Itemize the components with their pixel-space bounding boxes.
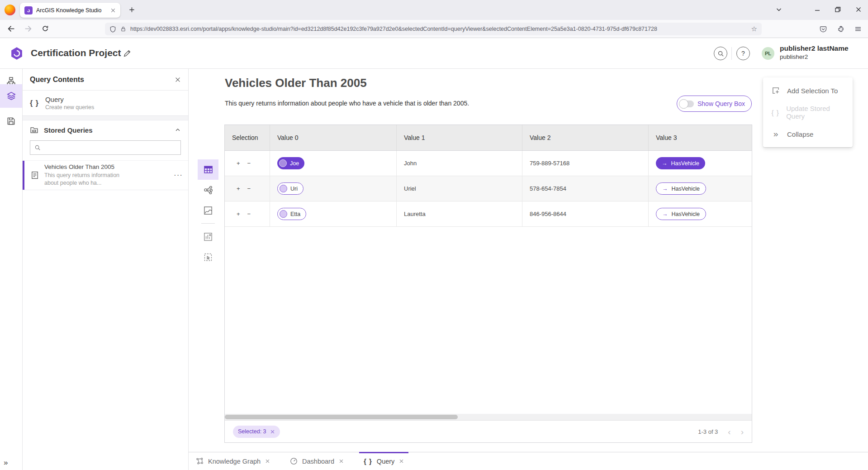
link-chart-view-button[interactable] [198,180,218,200]
extensions-puzzle-icon[interactable] [837,25,844,33]
toggle-label: Show Query Box [697,100,745,107]
app-header: Certification Project ? PL publisher2 la… [0,38,868,69]
chart-view-button[interactable] [198,226,218,247]
new-tab-button[interactable] [128,6,135,13]
cell-value2: 759-889-57168 [522,151,649,176]
table-view-button[interactable] [198,159,218,180]
next-page-button[interactable]: › [741,427,744,436]
search-input[interactable] [44,144,176,151]
window-close-icon[interactable] [855,6,862,13]
column-header[interactable]: Value 0 [270,125,397,150]
results-table: Selection Value 0 Value 1 Value 2 Value … [224,125,752,443]
remove-from-selection-button[interactable]: − [247,185,251,192]
braces-icon: { } [30,99,39,107]
tab-query[interactable]: { } Query [364,452,404,470]
project-title: Certification Project [31,48,121,58]
help-button[interactable]: ? [736,47,750,60]
column-header[interactable]: Value 1 [397,125,522,150]
stored-query-item[interactable]: Vehicles Older Than 2005 This query retu… [23,160,188,190]
selected-count-label: Selected: 3 [238,428,266,435]
prev-page-button[interactable]: ‹ [728,427,730,436]
rail-item-contents[interactable] [0,84,22,108]
menu-item-update-stored-query[interactable]: { } Update Stored Query [763,101,853,123]
folder-icon [30,126,38,134]
shield-icon[interactable] [109,26,116,33]
relationship-pill[interactable]: →HasVehicle [656,157,705,169]
bottom-tab-bar: Knowledge Graph Dashboard { } Query [189,452,868,470]
rail-expand-button[interactable]: » [4,458,8,467]
firefox-icon[interactable] [5,5,15,15]
relationship-pill[interactable]: →HasVehicle [656,182,706,195]
table-empty-area [225,227,752,414]
column-header[interactable]: Value 2 [522,125,649,150]
pocket-icon[interactable] [820,25,827,33]
bookmark-star-icon[interactable]: ☆ [751,25,757,33]
browser-tab[interactable]: ArcGIS Knowledge Studio [20,3,120,18]
menu-item-add-selection-to[interactable]: Add Selection To [763,80,853,101]
table-row[interactable]: + − Etta Lauretta 846-956-8644 →HasVehic… [225,201,752,227]
rail-item-save[interactable] [0,110,22,131]
window-minimize-icon[interactable] [814,6,821,13]
section-gap [23,116,188,120]
horizontal-scrollbar[interactable] [225,414,752,420]
selection-tool-button[interactable] [198,247,218,267]
panel-close-icon[interactable] [175,77,181,83]
reload-icon[interactable] [42,25,49,32]
cell-value1: John [397,151,522,176]
page-title: Vehicles Older Than 2005 [225,76,367,90]
map-view-button[interactable] [198,200,218,221]
page-range-label: 1-3 of 3 [698,428,718,435]
forward-icon[interactable] [24,25,32,33]
knowledge-graph-icon [196,457,204,465]
add-to-selection-button[interactable]: + [237,211,240,217]
table-row[interactable]: + − Uri Uriel 578-654-7854 →HasVehicle [225,176,752,201]
stored-item-description: This query returns information about peo… [44,172,123,187]
avatar[interactable]: PL [762,47,774,60]
add-to-selection-button[interactable]: + [237,160,240,167]
remove-from-selection-button[interactable]: − [247,211,251,217]
item-ellipsis-icon[interactable]: ··· [174,171,183,180]
stored-queries-header[interactable]: Stored Queries [23,120,188,139]
remove-from-selection-button[interactable]: − [247,160,251,167]
context-menu: Add Selection To { } Update Stored Query… [763,77,853,147]
chevron-up-icon[interactable] [175,127,181,133]
tab-close-icon[interactable] [399,459,404,464]
add-to-selection-button[interactable]: + [237,185,240,192]
browser-navbar: https://dev0028833.esri.com/portal/apps/… [0,20,868,38]
entity-pill[interactable]: Etta [277,208,306,220]
table-row[interactable]: + − Joe John 759-889-57168 →HasVehicle [225,151,752,176]
menu-item-collapse[interactable]: » Collapse [763,123,853,145]
window-restore-icon[interactable] [834,6,841,13]
tab-knowledge-graph[interactable]: Knowledge Graph [196,452,270,470]
query-item-subtitle: Create new queries [45,104,94,110]
browser-tabstrip: ArcGIS Knowledge Studio [0,0,868,20]
lock-icon[interactable] [120,26,126,32]
add-selection-icon [771,86,780,95]
selected-count-chip[interactable]: Selected: 3 [233,426,280,438]
clear-selection-icon[interactable] [270,429,275,434]
url-bar[interactable]: https://dev0028833.esri.com/portal/apps/… [105,23,762,35]
column-header[interactable]: Selection [225,125,270,150]
edit-pencil-icon[interactable] [123,49,131,58]
show-query-box-toggle[interactable]: Show Query Box [677,96,752,112]
tab-close-icon[interactable] [110,8,116,13]
entity-pill[interactable]: Joe [277,157,304,169]
tab-close-icon[interactable] [265,459,270,464]
tab-dashboard[interactable]: Dashboard [290,452,344,470]
back-icon[interactable] [7,25,15,33]
scrollbar-thumb[interactable] [225,415,458,419]
tab-close-icon[interactable] [339,459,344,464]
user-block[interactable]: publisher2 lastName publisher2 [780,44,849,61]
panel-title: Query Contents [30,76,84,84]
stored-queries-search[interactable] [30,140,181,155]
tab-list-caret-icon[interactable] [775,6,783,13]
entity-pill[interactable]: Uri [277,182,304,195]
url-text[interactable]: https://dev0028833.esri.com/portal/apps/… [130,26,747,32]
query-create-item[interactable]: { } Query Create new queries [23,91,188,116]
relationship-pill[interactable]: →HasVehicle [656,208,706,220]
search-button[interactable] [714,47,727,60]
column-header[interactable]: Value 3 [649,125,752,150]
app-logo-icon [10,47,24,60]
menu-hamburger-icon[interactable] [854,25,862,33]
toolbar-divider [201,223,215,224]
